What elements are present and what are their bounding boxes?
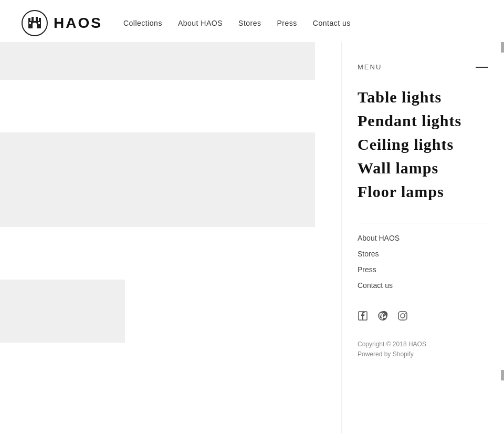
menu-copyright: Copyright © 2018 HAOS (358, 339, 488, 349)
scrollbar-top[interactable] (501, 42, 504, 53)
logo-link[interactable]: HAOS (21, 9, 102, 37)
menu-about[interactable]: About HAOS (358, 234, 488, 242)
svg-rect-3 (36, 17, 38, 21)
svg-rect-4 (39, 18, 41, 21)
svg-rect-9 (38, 22, 40, 24)
main-nav: Collections About HAOS Stores Press Cont… (123, 19, 351, 27)
pinterest-icon[interactable] (377, 311, 388, 324)
logo-text: HAOS (54, 15, 102, 32)
menu-powered: Powered by Shopify (358, 349, 488, 359)
menu-secondary-items: About HAOS Stores Press Contact us (358, 223, 488, 290)
facebook-icon[interactable] (358, 311, 368, 324)
overlay-menu: MENU Table lights Pendant lights Ceiling… (341, 42, 504, 433)
image-placeholder-3 (0, 280, 125, 343)
nav-contact[interactable]: Contact us (313, 19, 351, 27)
svg-point-18 (405, 313, 406, 314)
logo-icon (21, 9, 48, 37)
menu-stores[interactable]: Stores (358, 250, 488, 258)
menu-footer: Copyright © 2018 HAOS Powered by Shopify (358, 339, 488, 359)
nav-stores[interactable]: Stores (238, 19, 261, 27)
menu-item-floor-lamps[interactable]: Floor lamps (358, 181, 488, 202)
image-placeholder-1 (0, 42, 315, 80)
menu-label: MENU (358, 63, 382, 71)
nav-about[interactable]: About HAOS (178, 19, 223, 27)
image-placeholder-2 (0, 132, 315, 227)
menu-item-ceiling-lights[interactable]: Ceiling lights (358, 134, 488, 154)
menu-main-items: Table lights Pendant lights Ceiling ligh… (358, 87, 488, 202)
menu-item-pendant-lights[interactable]: Pendant lights (358, 110, 488, 131)
svg-rect-1 (28, 18, 30, 21)
nav-press[interactable]: Press (277, 19, 297, 27)
svg-point-7 (33, 23, 37, 26)
nav-collections[interactable]: Collections (123, 19, 162, 27)
svg-rect-8 (29, 22, 31, 24)
menu-social (358, 311, 488, 324)
menu-contact[interactable]: Contact us (358, 281, 488, 290)
site-header: HAOS Collections About HAOS Stores Press… (0, 0, 504, 42)
scrollbar-bottom[interactable] (501, 370, 504, 380)
main-layout: MENU Table lights Pendant lights Ceiling… (0, 42, 504, 410)
menu-item-table-lights[interactable]: Table lights (358, 87, 488, 107)
menu-press[interactable]: Press (358, 265, 488, 274)
menu-item-wall-lamps[interactable]: Wall lamps (358, 158, 488, 178)
svg-point-17 (401, 314, 405, 318)
menu-close-button[interactable] (476, 67, 488, 68)
menu-header: MENU (358, 53, 488, 71)
svg-rect-2 (32, 17, 34, 21)
instagram-icon[interactable] (397, 311, 408, 324)
